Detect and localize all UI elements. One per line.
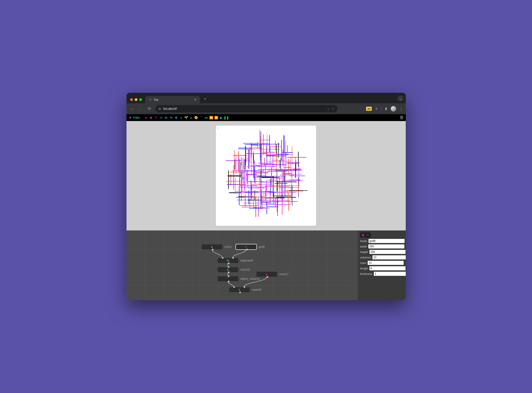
node-mask18-label: mask18 bbox=[252, 288, 261, 291]
font-extension-icon[interactable]: Aa bbox=[366, 107, 371, 111]
node-grid8-icon: ⠿ bbox=[245, 245, 247, 249]
reload-button[interactable]: ⟳ bbox=[146, 106, 152, 111]
tool-group-icon[interactable]: ⛮ bbox=[159, 116, 163, 120]
tool-next-frame-icon[interactable]: ⏩ bbox=[214, 116, 218, 120]
brand-icon: ✦ bbox=[129, 116, 132, 120]
tab-overflow-button[interactable]: ⌄ bbox=[398, 96, 403, 101]
node-noise10[interactable]: ≋noise10 bbox=[218, 267, 250, 272]
url-text: tini.dev/#/ bbox=[163, 107, 177, 111]
prop-label-rows: rows bbox=[360, 261, 366, 265]
output-canvas[interactable]: 0 bbox=[216, 126, 316, 226]
tool-branch-icon[interactable]: 🌱 bbox=[184, 116, 188, 120]
browser-window: ✦ Tini ✕ ＋ ⌄ ← → ⟳ ⚙ tini.dev/#/ ⌕ ☆ Aa … bbox=[127, 93, 406, 300]
node-noise10-icon: ≋ bbox=[227, 268, 229, 271]
tool-mask-icon[interactable]: ⧖ bbox=[189, 116, 193, 120]
downloads-icon[interactable]: ⬇ bbox=[385, 107, 387, 111]
cut-node-icon[interactable]: ✂ bbox=[366, 233, 369, 237]
minimize-window-icon[interactable] bbox=[135, 98, 137, 101]
frame-counter: 0 bbox=[217, 127, 219, 130]
node-grid8-label: grid8 bbox=[259, 245, 265, 248]
prop-label-width: width bbox=[360, 245, 367, 248]
tab-close-icon[interactable]: ✕ bbox=[194, 98, 197, 101]
maximize-window-icon[interactable] bbox=[139, 98, 142, 101]
app-brand[interactable]: ✦ TINI bbox=[129, 116, 140, 120]
inspector-actions: 🗑 ✂ bbox=[360, 232, 371, 237]
node-duplicate9[interactable]: ⧉duplicate9 bbox=[218, 258, 253, 263]
node-circle17-label: circle17 bbox=[279, 273, 288, 276]
prop-label-columns: columns bbox=[360, 256, 371, 259]
length-input[interactable] bbox=[370, 266, 405, 270]
tool-rainbow-icon[interactable]: ⌒ bbox=[199, 116, 203, 120]
tool-transform-icon[interactable]: ✥ bbox=[174, 116, 178, 120]
tab-title: Tini bbox=[154, 98, 158, 101]
node-graph[interactable]: ■rect12⠿grid8⧉duplicate9≋noise10⌒adjust_… bbox=[127, 231, 358, 300]
node-rect12-icon: ■ bbox=[211, 245, 213, 249]
node-adjust_colour14-label: adjust_colour14 bbox=[240, 277, 260, 280]
node-circle17-icon: ● bbox=[266, 273, 268, 276]
node-rect12-label: rect12 bbox=[225, 245, 232, 248]
height-input[interactable] bbox=[370, 250, 405, 254]
tool-rewind-icon[interactable]: ⏮ bbox=[204, 116, 208, 120]
tool-play-icon[interactable]: ▶ bbox=[219, 116, 223, 120]
back-button[interactable]: ← bbox=[129, 106, 135, 111]
rows-decr[interactable]: ◀ bbox=[405, 261, 406, 265]
forward-button: → bbox=[138, 106, 144, 111]
node-mask18-icon: ⧖ bbox=[238, 288, 240, 292]
tool-palette-icon[interactable]: 🎨 bbox=[194, 116, 198, 120]
new-tab-button[interactable]: ＋ bbox=[203, 96, 207, 101]
tool-rect-shape-icon[interactable]: ■ bbox=[149, 116, 153, 120]
delete-node-icon[interactable]: 🗑 bbox=[361, 233, 365, 237]
artwork-svg bbox=[216, 126, 316, 226]
zoom-icon[interactable]: ⌕ bbox=[327, 107, 329, 111]
address-bar[interactable]: ⚙ tini.dev/#/ ⌕ ☆ bbox=[155, 105, 337, 112]
app-menu-icon[interactable]: ☰ bbox=[400, 115, 403, 120]
window-controls bbox=[130, 98, 142, 101]
node-grid8[interactable]: ⠿grid8 bbox=[236, 244, 265, 249]
node-circle17[interactable]: ●circle17 bbox=[256, 272, 288, 277]
extensions-icon[interactable]: ✧ bbox=[375, 107, 378, 111]
property-inspector: 🗑 ✂ Node width ◀▶ height ◀▶ bbox=[358, 231, 406, 300]
bookmark-icon[interactable]: ☆ bbox=[332, 107, 334, 111]
width-input[interactable] bbox=[368, 244, 404, 248]
prop-label-node: Node bbox=[360, 239, 367, 243]
tool-grid-shape-icon[interactable]: ⠿ bbox=[154, 116, 158, 120]
tool-prev-frame-icon[interactable]: ⏪ bbox=[209, 116, 213, 120]
prop-label-height: height bbox=[360, 250, 368, 254]
node-duplicate9-label: duplicate9 bbox=[240, 259, 253, 262]
prop-label-length: length bbox=[360, 267, 368, 270]
tool-pause-icon[interactable]: ❚❚ bbox=[224, 116, 228, 120]
prop-label-thickness: thickness bbox=[360, 272, 372, 276]
browser-tabstrip: ✦ Tini ✕ ＋ ⌄ bbox=[127, 93, 406, 103]
tool-offset-icon[interactable]: ± bbox=[179, 116, 183, 120]
browser-tab[interactable]: ✦ Tini ✕ bbox=[145, 96, 200, 103]
app-root: ✦ TINI ●■⠿⛮⧉≋✥±🌱⧖🎨⌒⏮⏪⏩▶❚❚ ☰ 0 ■rect12⠿gr… bbox=[127, 114, 406, 300]
node-rect12[interactable]: ■rect12 bbox=[202, 244, 232, 249]
site-settings-icon[interactable]: ⚙ bbox=[158, 107, 161, 111]
profile-avatar[interactable] bbox=[391, 106, 396, 112]
tab-favicon-icon: ✦ bbox=[148, 98, 152, 101]
app-toolbar: ✦ TINI ●■⠿⛮⧉≋✥±🌱⧖🎨⌒⏮⏪⏩▶❚❚ ☰ bbox=[127, 114, 406, 121]
tool-duplicate-icon[interactable]: ⧉ bbox=[164, 116, 168, 120]
node-adjust_colour14-icon: ⌒ bbox=[226, 277, 229, 281]
columns-input[interactable] bbox=[372, 255, 406, 259]
thickness-input[interactable] bbox=[374, 272, 406, 276]
node-adjust_colour14[interactable]: ⌒adjust_colour14 bbox=[218, 276, 260, 281]
node-name-input[interactable] bbox=[369, 239, 405, 243]
rows-input[interactable] bbox=[368, 261, 404, 265]
canvas-area: 0 bbox=[127, 121, 406, 231]
browser-toolbar: ← → ⟳ ⚙ tini.dev/#/ ⌕ ☆ Aa ✧ ⬇ ⋮ bbox=[127, 103, 406, 114]
browser-menu-icon[interactable]: ⋮ bbox=[399, 107, 403, 111]
node-duplicate9-icon: ⧉ bbox=[227, 259, 229, 262]
node-mask18[interactable]: ⧖mask18 bbox=[229, 287, 261, 292]
tool-noise-icon[interactable]: ≋ bbox=[169, 116, 173, 120]
node-noise10-label: noise10 bbox=[240, 268, 250, 271]
node-editor: ■rect12⠿grid8⧉duplicate9≋noise10⌒adjust_… bbox=[127, 231, 406, 300]
close-window-icon[interactable] bbox=[130, 98, 133, 101]
brand-text: TINI bbox=[133, 116, 140, 119]
tool-circle-shape-icon[interactable]: ● bbox=[144, 116, 148, 120]
